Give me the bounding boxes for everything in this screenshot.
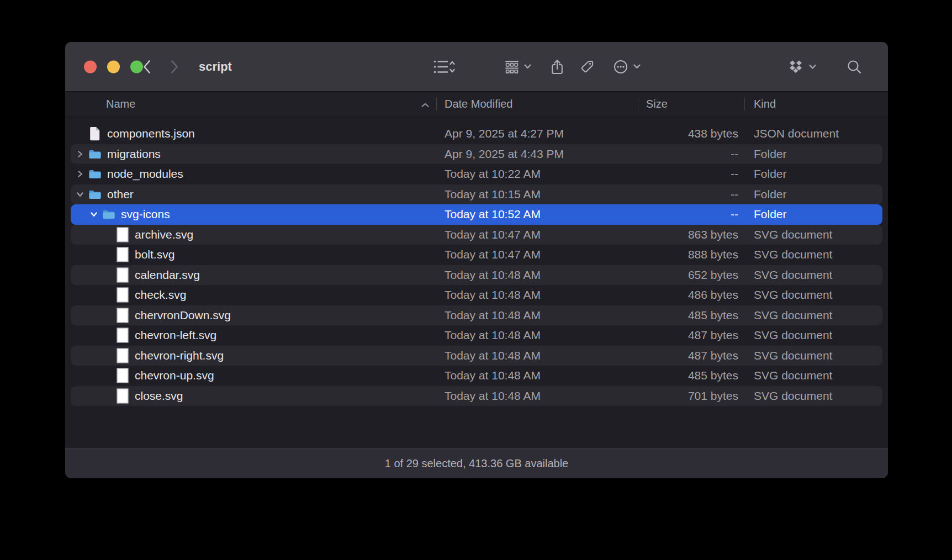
file-row[interactable]: close.svg Today at 10:48 AM 701 bytes SV…	[71, 386, 882, 406]
svg-preview-icon	[115, 327, 130, 343]
back-button[interactable]	[142, 59, 152, 75]
more-actions-button[interactable]	[613, 59, 641, 75]
date-modified-cell: Today at 10:48 AM	[436, 349, 638, 362]
json-document-icon	[87, 126, 103, 141]
dropbox-button[interactable]	[787, 60, 816, 73]
share-button[interactable]	[550, 59, 564, 75]
search-button[interactable]	[846, 59, 863, 75]
file-name: chevron-right.svg	[135, 349, 224, 362]
size-cell: 652 bytes	[638, 268, 744, 282]
tags-button[interactable]	[580, 60, 594, 74]
file-row[interactable]: chevron-up.svg Today at 10:48 AM 485 byt…	[71, 366, 882, 386]
disclosure-triangle[interactable]	[101, 392, 115, 400]
svg-preview-icon	[115, 287, 130, 303]
group-view-icon	[505, 60, 519, 74]
file-row[interactable]: chervronDown.svg Today at 10:48 AM 485 b…	[71, 305, 882, 326]
disclosure-triangle[interactable]	[101, 271, 115, 279]
disclosure-triangle[interactable]	[73, 170, 87, 178]
disclosure-triangle[interactable]	[101, 352, 115, 360]
file-row[interactable]: chevron-right.svg Today at 10:48 AM 487 …	[71, 346, 882, 366]
date-modified-cell: Today at 10:47 AM	[436, 228, 638, 241]
kind-cell: Folder	[744, 147, 882, 161]
file-row[interactable]: chevron-left.svg Today at 10:48 AM 487 b…	[71, 325, 882, 346]
finder-window: script	[65, 42, 888, 478]
file-name: components.json	[107, 127, 195, 140]
chevron-down-icon	[809, 64, 816, 69]
svg-preview-icon	[115, 227, 130, 242]
name-cell: archive.svg	[71, 227, 436, 242]
file-row[interactable]: other Today at 10:15 AM -- Folder	[71, 184, 882, 205]
date-modified-cell: Today at 10:22 AM	[436, 167, 638, 181]
folder-icon	[87, 168, 103, 179]
group-view-button[interactable]	[505, 60, 531, 74]
date-modified-cell: Today at 10:52 AM	[436, 208, 638, 221]
indent-spacer	[73, 315, 101, 315]
file-row[interactable]: archive.svg Today at 10:47 AM 863 bytes …	[71, 225, 882, 245]
minimize-button[interactable]	[107, 60, 120, 73]
file-name: check.svg	[135, 288, 186, 302]
disclosure-triangle[interactable]	[101, 231, 115, 239]
disclosure-triangle[interactable]	[101, 372, 115, 379]
date-modified-cell: Apr 9, 2025 at 4:43 PM	[436, 147, 638, 161]
disclosure-triangle[interactable]	[87, 210, 101, 218]
indent-spacer	[73, 295, 101, 295]
svg-preview-icon	[115, 308, 130, 323]
chevron-down-icon	[524, 64, 531, 69]
name-cell: chervronDown.svg	[71, 308, 436, 323]
kind-cell: Folder	[744, 167, 882, 181]
file-row[interactable]: migrations Apr 9, 2025 at 4:43 PM -- Fol…	[71, 144, 882, 165]
date-modified-cell: Today at 10:15 AM	[436, 188, 638, 201]
disclosure-triangle[interactable]	[73, 150, 87, 158]
forward-button[interactable]	[170, 59, 179, 75]
svg-preview-icon	[115, 368, 130, 383]
column-header-size[interactable]: Size	[638, 92, 744, 117]
column-header-date-modified[interactable]: Date Modified	[436, 92, 638, 117]
close-button[interactable]	[84, 60, 97, 73]
indent-spacer	[73, 335, 101, 336]
folder-icon	[101, 209, 117, 220]
file-name: calendar.svg	[135, 268, 200, 282]
name-cell: check.svg	[71, 287, 436, 303]
disclosure-triangle[interactable]	[101, 331, 115, 339]
svg-preview-icon	[115, 247, 130, 262]
date-modified-cell: Today at 10:48 AM	[436, 389, 638, 403]
file-name: archive.svg	[135, 228, 193, 241]
file-name: node_modules	[107, 167, 183, 181]
disclosure-triangle[interactable]	[73, 191, 87, 198]
file-row[interactable]: calendar.svg Today at 10:48 AM 652 bytes…	[71, 265, 882, 286]
indent-spacer	[73, 274, 101, 275]
size-cell: 487 bytes	[638, 349, 744, 362]
date-modified-cell: Today at 10:48 AM	[436, 329, 638, 342]
name-cell: chevron-right.svg	[71, 348, 436, 363]
file-row[interactable]: check.svg Today at 10:48 AM 486 bytes SV…	[71, 285, 882, 305]
file-name: svg-icons	[121, 208, 170, 221]
chevron-right-icon	[170, 59, 179, 75]
status-bar: 1 of 29 selected, 413.36 GB available	[65, 448, 888, 478]
disclosure-triangle[interactable]	[73, 130, 87, 138]
column-header-name[interactable]: Name	[65, 92, 436, 117]
file-row[interactable]: node_modules Today at 10:22 AM -- Folder	[71, 164, 882, 184]
kind-cell: SVG document	[744, 369, 882, 382]
file-list: components.json Apr 9, 2025 at 4:27 PM 4…	[65, 117, 888, 448]
view-sort-button[interactable]	[433, 59, 455, 75]
file-row[interactable]: components.json Apr 9, 2025 at 4:27 PM 4…	[71, 124, 882, 144]
ellipsis-circle-icon	[613, 59, 628, 75]
file-row[interactable]: svg-icons Today at 10:52 AM -- Folder	[71, 204, 882, 225]
disclosure-triangle[interactable]	[101, 251, 115, 258]
file-row[interactable]: bolt.svg Today at 10:47 AM 888 bytes SVG…	[71, 245, 882, 265]
zoom-button[interactable]	[130, 60, 143, 73]
date-modified-cell: Today at 10:48 AM	[436, 369, 638, 382]
name-cell: migrations	[71, 147, 436, 161]
share-icon	[550, 59, 564, 75]
kind-cell: SVG document	[744, 228, 882, 241]
disclosure-triangle[interactable]	[101, 291, 115, 299]
name-cell: chevron-left.svg	[71, 327, 436, 343]
column-header-kind[interactable]: Kind	[744, 92, 888, 117]
disclosure-triangle[interactable]	[101, 311, 115, 319]
date-modified-cell: Today at 10:48 AM	[436, 288, 638, 302]
name-cell: other	[71, 188, 436, 201]
file-name: close.svg	[135, 389, 183, 403]
size-cell: --	[638, 147, 744, 161]
name-cell: calendar.svg	[71, 267, 436, 283]
kind-cell: SVG document	[744, 329, 882, 342]
